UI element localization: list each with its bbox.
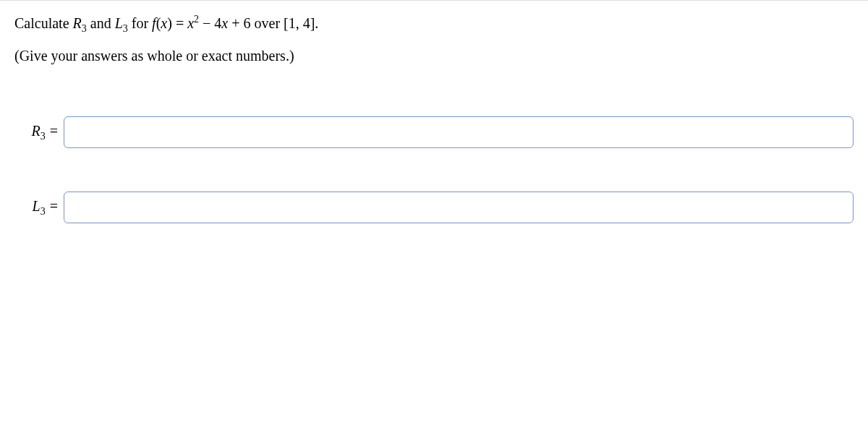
label-l3-var: L [33, 198, 41, 214]
answer-row-l3: L3= [14, 192, 854, 223]
var-x-1: x [161, 15, 167, 31]
label-l3-eq: = [50, 198, 58, 214]
text-for: for [128, 15, 152, 31]
var-R-1: R [73, 15, 82, 31]
answer-row-r3: R3= [14, 116, 854, 148]
var-x-3: x [221, 15, 228, 31]
label-l3: L3= [14, 198, 58, 218]
label-r3-sub: 3 [41, 131, 46, 142]
question-line-2: (Give your answers as whole or exact num… [14, 46, 854, 66]
var-x-2: x [187, 15, 194, 31]
question-container: Calculate R3 and L3 for f(x) = x2 − 4x +… [0, 0, 868, 278]
input-r3[interactable] [64, 116, 854, 148]
label-r3-eq: = [50, 123, 58, 139]
text-and: and [87, 15, 115, 31]
input-l3[interactable] [64, 192, 854, 223]
sup-2: 2 [194, 14, 199, 25]
label-r3-var: R [32, 123, 41, 139]
text-calculate: Calculate [14, 15, 73, 31]
question-line-1: Calculate R3 and L3 for f(x) = x2 − 4x +… [14, 12, 854, 35]
text-plus6-over: + 6 over [1, 4]. [228, 15, 318, 31]
var-L-1: L [115, 15, 123, 31]
label-l3-sub: 3 [41, 206, 46, 217]
label-r3: R3= [14, 123, 58, 142]
paren-close-eq: ) = [167, 15, 187, 31]
sub-3-2: 3 [123, 23, 128, 34]
text-minus4: − 4 [199, 15, 221, 31]
sub-3-1: 3 [82, 23, 87, 34]
